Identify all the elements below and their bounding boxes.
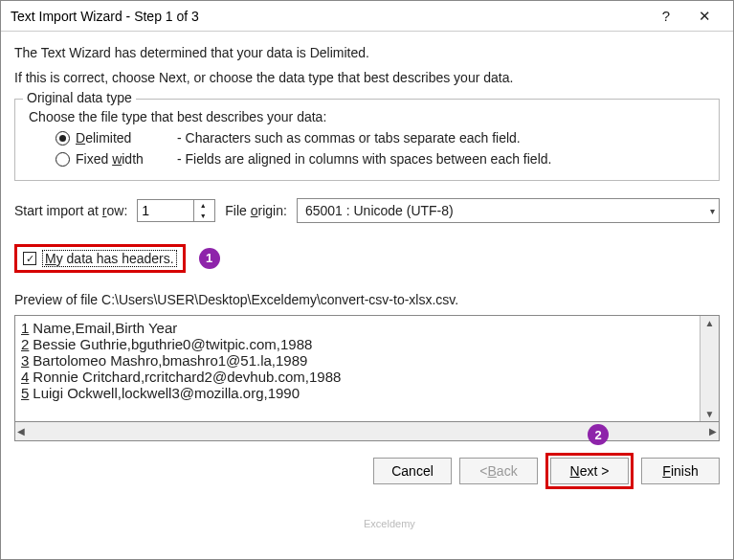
headers-checkbox-container: ✓ My data has headers. 1: [14, 244, 720, 292]
file-origin-value: 65001 : Unicode (UTF-8): [305, 203, 454, 218]
preview-scrollbar-horizontal[interactable]: ◀ ▶: [14, 422, 720, 441]
spinner-up-icon[interactable]: ▲: [194, 200, 211, 211]
original-data-type-group: Original data type Choose the file type …: [14, 99, 720, 181]
radio-fixedwidth-label: Fixed width: [76, 151, 171, 167]
help-button[interactable]: ?: [647, 8, 685, 24]
spinner-down-icon[interactable]: ▼: [194, 211, 211, 221]
title-bar: Text Import Wizard - Step 1 of 3 ? ✕: [1, 1, 733, 32]
start-row-input[interactable]: [138, 200, 193, 221]
radio-delimited[interactable]: [56, 131, 70, 146]
finish-button[interactable]: Finish: [641, 458, 720, 484]
start-row-label: Start import at row:: [14, 203, 127, 218]
scroll-up-icon[interactable]: ▲: [703, 316, 717, 330]
radio-delimited-label: Delimited: [76, 130, 171, 146]
radio-delimited-row[interactable]: Delimited - Characters such as commas or…: [56, 130, 705, 146]
dialog-content: The Text Wizard has determined that your…: [1, 32, 733, 441]
close-button[interactable]: ✕: [685, 8, 723, 25]
intro-text-1: The Text Wizard has determined that your…: [14, 45, 720, 60]
start-row-spinner[interactable]: ▲ ▼: [137, 199, 215, 222]
file-origin-select[interactable]: 65001 : Unicode (UTF-8) ▾: [297, 198, 720, 223]
radio-fixedwidth[interactable]: [56, 152, 70, 167]
intro-text-2: If this is correct, choose Next, or choo…: [14, 70, 720, 85]
next-button[interactable]: Next >: [550, 458, 629, 484]
cancel-button[interactable]: Cancel: [373, 458, 452, 484]
preview-lines: 1Name,Email,Birth Year 2Bessie Guthrie,b…: [15, 316, 700, 421]
scroll-left-icon[interactable]: ◀: [15, 424, 27, 438]
headers-checkbox-row[interactable]: ✓ My data has headers.: [14, 244, 186, 273]
radio-delimited-desc: - Characters such as commas or tabs sepa…: [177, 130, 521, 146]
annotation-callout-2: 2: [588, 424, 609, 445]
preview-row: 3Bartolomeo Mashro,bmashro1@51.la,1989: [21, 352, 694, 369]
radio-fixedwidth-desc: - Fields are aligned in columns with spa…: [177, 151, 551, 167]
headers-checkbox-label: My data has headers.: [42, 250, 177, 267]
group-description: Choose the file type that best describes…: [29, 109, 705, 124]
preview-label: Preview of file C:\Users\USER\Desktop\Ex…: [14, 292, 720, 307]
preview-row: 1Name,Email,Birth Year: [21, 320, 694, 336]
file-origin-label: File origin:: [225, 203, 287, 218]
preview-scrollbar-vertical[interactable]: ▲ ▼: [700, 316, 719, 421]
group-legend: Original data type: [23, 90, 136, 105]
annotation-callout-1: 1: [199, 248, 220, 269]
preview-row: 4Ronnie Critchard,rcritchard2@devhub.com…: [21, 369, 694, 385]
next-button-highlight: Next >: [545, 453, 634, 489]
import-options-row: Start import at row: ▲ ▼ File origin: 65…: [14, 198, 720, 223]
back-button: < Back: [459, 458, 538, 484]
preview-row: 5Luigi Ockwell,lockwell3@mozilla.org,199…: [21, 385, 694, 401]
window-title: Text Import Wizard - Step 1 of 3: [11, 9, 647, 24]
watermark: Exceldemy: [364, 518, 415, 529]
preview-box: 1Name,Email,Birth Year 2Bessie Guthrie,b…: [14, 315, 720, 422]
headers-checkbox[interactable]: ✓: [23, 252, 36, 265]
dialog-footer: 2 Cancel < Back Next > Finish: [1, 445, 733, 497]
scroll-right-icon[interactable]: ▶: [707, 424, 719, 438]
radio-fixedwidth-row[interactable]: Fixed width - Fields are aligned in colu…: [56, 151, 705, 167]
chevron-down-icon: ▾: [710, 206, 715, 216]
scroll-down-icon[interactable]: ▼: [703, 407, 717, 421]
preview-row: 2Bessie Guthrie,bguthrie0@twitpic.com,19…: [21, 336, 694, 352]
